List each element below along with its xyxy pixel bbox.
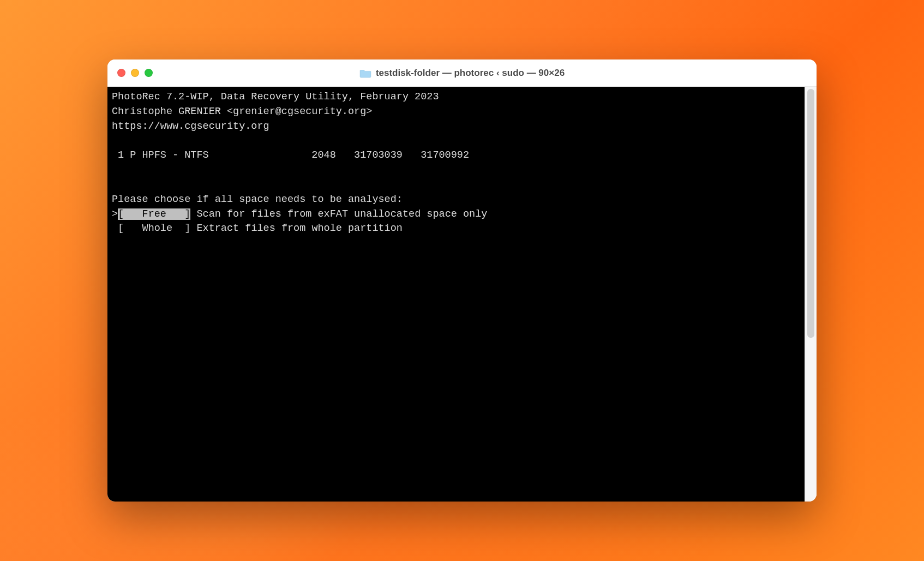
close-button[interactable] bbox=[117, 69, 125, 77]
terminal-window: testdisk-folder — photorec ‹ sudo — 90×2… bbox=[107, 59, 817, 502]
prompt-line: Please choose if all space needs to be a… bbox=[112, 194, 403, 205]
terminal-view[interactable]: PhotoRec 7.2-WIP, Data Recovery Utility,… bbox=[107, 87, 805, 502]
title-wrap: testdisk-folder — photorec ‹ sudo — 90×2… bbox=[107, 68, 817, 79]
option-whole[interactable]: [ Whole ] Extract files from whole parti… bbox=[112, 223, 403, 234]
titlebar: testdisk-folder — photorec ‹ sudo — 90×2… bbox=[107, 59, 817, 87]
window-title: testdisk-folder — photorec ‹ sudo — 90×2… bbox=[376, 68, 565, 79]
option-free-bracket: [ Free ] bbox=[118, 208, 190, 220]
content-row: PhotoRec 7.2-WIP, Data Recovery Utility,… bbox=[107, 87, 817, 502]
header-line-1: PhotoRec 7.2-WIP, Data Recovery Utility,… bbox=[112, 91, 439, 103]
zoom-button[interactable] bbox=[145, 69, 153, 77]
header-line-2: Christophe GRENIER <grenier@cgsecurity.o… bbox=[112, 106, 372, 117]
traffic-lights bbox=[117, 69, 153, 77]
partition-line: 1 P HPFS - NTFS 2048 31703039 31700992 bbox=[112, 150, 469, 161]
header-line-3: https://www.cgsecurity.org bbox=[112, 121, 269, 132]
folder-icon bbox=[359, 68, 371, 78]
scrollbar-thumb[interactable] bbox=[807, 89, 814, 338]
minimize-button[interactable] bbox=[131, 69, 139, 77]
scrollbar[interactable] bbox=[805, 87, 817, 502]
option-free[interactable]: >[ Free ] Scan for files from exFAT unal… bbox=[112, 208, 487, 220]
